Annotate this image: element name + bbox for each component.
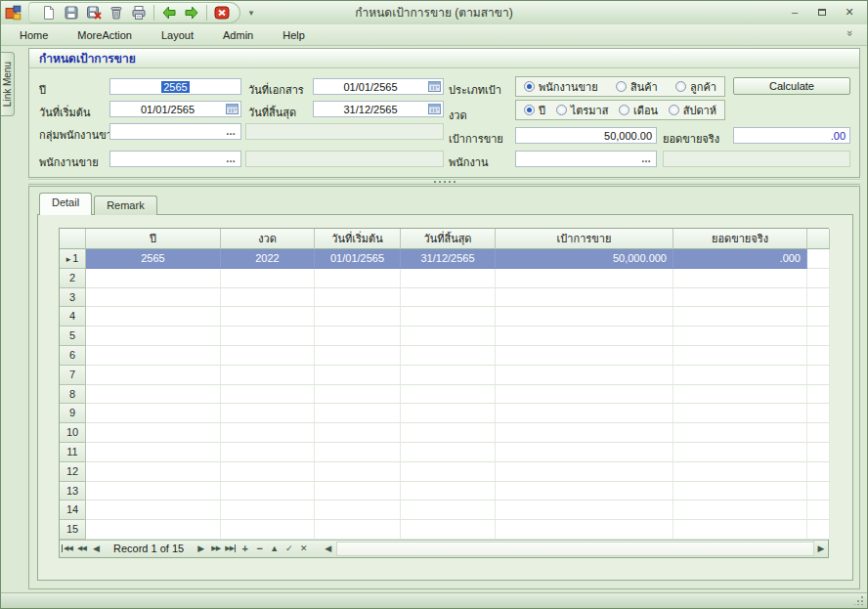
grid-cell[interactable] (315, 326, 401, 346)
grid-cell[interactable] (315, 520, 401, 540)
grid-cell[interactable] (401, 500, 496, 520)
grid-cell[interactable] (673, 288, 807, 308)
grid-cell[interactable] (496, 404, 673, 423)
row-indicator[interactable]: 15 (60, 520, 86, 540)
table-row[interactable]: 12 (60, 462, 828, 482)
grid-cell[interactable] (401, 385, 496, 405)
calendar-icon[interactable] (428, 81, 441, 92)
new-button[interactable] (39, 4, 59, 22)
sales-target-input[interactable]: 50,000.00 (515, 127, 657, 144)
grid-cell[interactable] (496, 500, 673, 520)
grid-cell[interactable] (86, 288, 221, 308)
table-row[interactable]: 6 (60, 346, 828, 366)
grid-cell[interactable] (673, 404, 807, 423)
grid-cell[interactable] (86, 385, 221, 405)
grid-cell[interactable] (315, 366, 401, 385)
grid-cell[interactable] (86, 326, 221, 346)
grid-cell[interactable] (86, 269, 221, 288)
menu-overflow-icon[interactable]: » (845, 30, 856, 36)
nav-edit-button[interactable]: ▲ (267, 541, 282, 556)
grid-cell[interactable] (86, 462, 221, 482)
horizontal-splitter[interactable] (28, 179, 860, 185)
grid-cell[interactable] (221, 269, 315, 288)
hscroll-track[interactable] (336, 542, 813, 556)
grid-cell[interactable]: 2565 (86, 249, 221, 269)
grid-cell[interactable] (315, 307, 401, 326)
grid-cell[interactable]: 50,000.000 (496, 249, 673, 269)
tab-remark[interactable]: Remark (94, 196, 157, 215)
grid-cell[interactable] (221, 366, 315, 385)
grid-cell[interactable] (315, 346, 401, 366)
table-row[interactable]: ▸12565202201/01/256531/12/256550,000.000… (60, 249, 828, 269)
toolbar-overflow-icon[interactable]: ▾ (244, 8, 258, 18)
forward-button[interactable] (182, 4, 201, 22)
grid-cell[interactable] (673, 482, 807, 501)
exit-button[interactable] (212, 4, 232, 22)
table-row[interactable]: 13 (60, 482, 828, 501)
grid-cell[interactable] (401, 462, 496, 482)
grid-cell[interactable] (86, 520, 221, 540)
grid-cell[interactable] (496, 346, 673, 366)
table-row[interactable]: 4 (60, 307, 828, 326)
nav-post-button[interactable]: ✓ (282, 541, 296, 556)
radio-option[interactable]: สัปดาห์ (669, 102, 716, 119)
menu-item-admin[interactable]: Admin (214, 27, 262, 43)
radio-option[interactable]: เดือน (619, 102, 658, 119)
grid-cell[interactable] (496, 288, 673, 308)
nav-next-button[interactable]: ▶ (194, 541, 208, 556)
grid-cell[interactable] (496, 443, 673, 462)
save-button[interactable] (62, 4, 81, 22)
grid-cell[interactable] (496, 482, 673, 501)
end-date-input[interactable]: 31/12/2565 (313, 101, 444, 117)
grid-cell[interactable] (673, 366, 807, 385)
grid-cell[interactable] (401, 346, 496, 366)
minimize-button[interactable]: – (785, 4, 804, 20)
sales-group-input[interactable]: … (109, 123, 241, 140)
grid-cell[interactable] (496, 307, 673, 326)
row-indicator[interactable]: 14 (60, 500, 86, 520)
grid-cell[interactable]: 31/12/2565 (401, 249, 496, 269)
grid-cell[interactable] (401, 269, 496, 288)
grid-cell[interactable] (221, 520, 315, 540)
grid-cell[interactable] (401, 443, 496, 462)
grid-cell[interactable] (496, 269, 673, 288)
row-indicator[interactable]: 5 (60, 326, 86, 346)
lookup-ellipsis-icon[interactable]: … (641, 152, 652, 166)
grid-cell[interactable] (401, 404, 496, 423)
grid-cell[interactable] (315, 385, 401, 405)
grid-cell[interactable] (496, 366, 673, 385)
employee-input[interactable]: … (515, 151, 657, 167)
grid-cell[interactable] (86, 307, 221, 326)
grid-cell[interactable] (315, 462, 401, 482)
menu-item-layout[interactable]: Layout (152, 27, 202, 43)
grid-cell[interactable] (86, 346, 221, 366)
print-button[interactable] (129, 4, 149, 22)
row-indicator[interactable]: ▸1 (60, 249, 86, 269)
resize-grip-icon[interactable] (854, 595, 864, 605)
grid-cell[interactable] (221, 423, 315, 443)
grid-cell[interactable] (86, 443, 221, 462)
grid-cell[interactable] (673, 326, 807, 346)
grid-cell[interactable] (221, 346, 315, 366)
row-indicator[interactable]: 6 (60, 346, 86, 366)
grid-cell[interactable] (673, 423, 807, 443)
grid-cell[interactable] (496, 462, 673, 482)
grid-cell[interactable] (315, 269, 401, 288)
grid-cell[interactable] (673, 346, 807, 366)
grid-cell[interactable] (221, 500, 315, 520)
radio-option[interactable]: พนักงานขาย (524, 78, 598, 96)
grid-cell[interactable] (401, 288, 496, 308)
table-row[interactable]: 15 (60, 520, 828, 540)
grid-cell[interactable] (401, 520, 496, 540)
table-row[interactable]: 7 (60, 366, 828, 385)
close-button[interactable]: ✕ (840, 4, 859, 20)
table-row[interactable]: 3 (60, 288, 828, 308)
radio-option[interactable]: ลูกค้า (675, 78, 716, 96)
radio-option[interactable]: ไตรมาส (556, 102, 609, 119)
grid-cell[interactable] (315, 404, 401, 423)
grid-cell[interactable] (673, 269, 807, 288)
grid-cell[interactable] (496, 385, 673, 405)
table-row[interactable]: 11 (60, 443, 828, 462)
start-date-input[interactable]: 01/01/2565 (109, 101, 241, 117)
grid-cell[interactable] (673, 500, 807, 520)
